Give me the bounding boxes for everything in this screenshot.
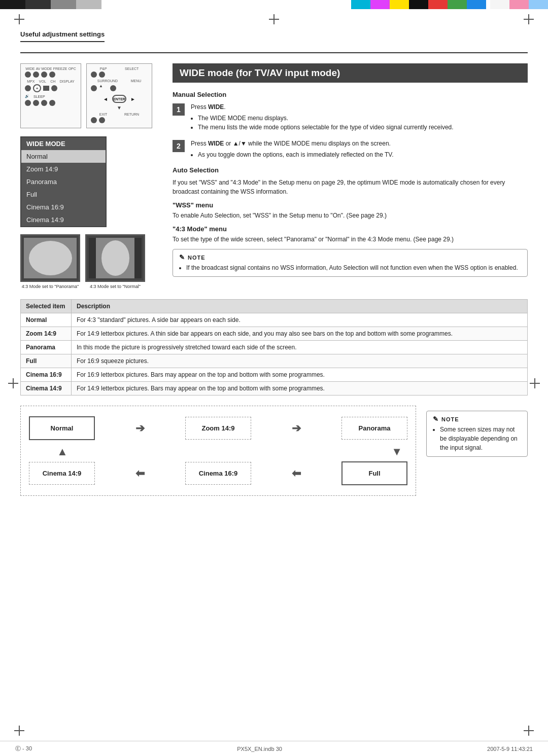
flow-box-cinema169: Cinema 16:9: [185, 462, 251, 485]
step-1-bullets: The WIDE MODE menu displays. The menu li…: [198, 114, 454, 132]
flow-box-zoom149: Zoom 14:9: [185, 417, 251, 440]
wide-menu-header: WIDE MODE: [21, 137, 106, 150]
step-2-num: 2: [173, 140, 185, 152]
flow-note-icon: ✎: [433, 415, 438, 423]
flow-note: ✎ NOTE Some screen sizes may not be disp…: [426, 406, 528, 457]
sidebar-left: [89, 238, 96, 278]
flow-bottom-row: Cinema 14:9 ⬅ Cinema 16:9 ⬅ Full: [29, 461, 407, 485]
footer: Ⓔ - 30 PX5X_EN.indb 30 2007-5-9 11:43:21: [0, 741, 548, 756]
ch-btn: [43, 86, 49, 91]
tv-panorama: 4:3 Mode set to "Panorama": [20, 234, 80, 289]
flow-arrow-right-1: ➔: [135, 422, 145, 435]
table-cell-full-desc: For 16:9 squeeze pictures.: [72, 354, 528, 368]
table-cell-cinema169-desc: For 16:9 letterbox pictures. Bars may ap…: [72, 368, 528, 382]
table-cell-panorama-desc: In this mode the picture is progressivel…: [72, 341, 528, 354]
crosshair-center-right: [530, 378, 540, 388]
flow-arrow-up: ▲: [57, 445, 68, 458]
flow-box-full: Full: [341, 461, 407, 485]
wss-heading: "WSS" menu: [173, 201, 528, 209]
flow-note-bullet-1: Some screen sizes may not be displayable…: [440, 425, 521, 452]
step-2-bullet-1: As you toggle down the options, each is …: [198, 150, 394, 159]
step-1-bullet-1: The WIDE MODE menu displays.: [198, 114, 454, 123]
remote-btn-row1: [25, 71, 77, 78]
note-header: ✎ NOTE: [179, 254, 521, 261]
avmode-btn: [33, 71, 39, 78]
pp-btn: [91, 71, 97, 78]
page-title: Useful adjustment settings: [20, 30, 105, 42]
wide-mode-menu: WIDE MODE Normal Zoom 14:9 Panorama Full…: [20, 136, 107, 227]
flow-top-row: Normal ➔ Zoom 14:9 ➔ Panorama: [29, 416, 407, 440]
table-row: Cinema 16:9 For 16:9 letterbox pictures.…: [21, 368, 528, 382]
note-box-right: ✎ NOTE If the broadcast signal contains …: [173, 249, 528, 277]
wide-menu-item-normal: Normal: [21, 150, 106, 163]
step-1-row: 1 Press WIDE. The WIDE MODE menu display…: [173, 102, 528, 132]
step-1-bullet-2: The menu lists the wide mode options sel…: [198, 123, 454, 132]
remote-area: WIDE AV MODE FREEZE OPC MPX VOL: [20, 63, 157, 128]
crosshair-top-left: [14, 14, 24, 24]
auto-selection: Auto Selection If you set "WSS" and "4:3…: [173, 166, 528, 277]
flow-note-bullets: Some screen sizes may not be displayable…: [440, 425, 521, 452]
step-2-content: Press WIDE or ▲/▼ while the WIDE MODE me…: [191, 139, 394, 159]
flow-box-normal: Normal: [29, 416, 95, 440]
crosshair-bottom-left: [14, 726, 24, 736]
table-cell-cinema169-label: Cinema 16:9: [21, 368, 72, 382]
flow-box-panorama: Panorama: [341, 417, 407, 440]
exit-btn: [91, 117, 97, 123]
sleep-btn: [41, 100, 47, 106]
remote-control-2: P&P SELECT SURROUND MENU ▲: [86, 63, 152, 128]
flow-mid-arrows: ▲ ▼: [29, 445, 407, 458]
tv-panorama-caption: 4:3 Mode set to "Panorama": [20, 284, 80, 289]
remote-btn-row2: +: [25, 84, 77, 92]
table-header-desc: Description: [72, 300, 528, 313]
tv-normal-caption: 4:3 Mode set to "Normal": [85, 284, 145, 289]
wide-menu-item-cinema149: Cinema 14:9: [21, 213, 106, 226]
wide-menu-item-panorama: Panorama: [21, 175, 106, 188]
left-column: WIDE AV MODE FREEZE OPC MPX VOL: [20, 63, 157, 289]
tv-images: 4:3 Mode set to "Panorama" 4:3 Mode set …: [20, 234, 157, 289]
return-btn: [99, 117, 105, 123]
crosshair-top-center: [269, 14, 279, 24]
flow-box-cinema149: Cinema 14:9: [29, 462, 95, 485]
table-cell-zoom149-label: Zoom 14:9: [21, 327, 72, 341]
opc-btn: [49, 71, 55, 78]
table-cell-zoom149-desc: For 14:9 letterbox pictures. A thin side…: [72, 327, 528, 341]
note-bullet-1: If the broadcast signal contains no WSS …: [186, 263, 521, 272]
crosshair-bottom-right: [524, 726, 534, 736]
table-row: Normal For 4:3 "standard" pictures. A si…: [21, 313, 528, 327]
wide-menu-item-zoom149: Zoom 14:9: [21, 163, 106, 175]
wide-btn: [25, 71, 31, 78]
flow-note-header: ✎ NOTE: [433, 415, 521, 423]
table-header-item: Selected item: [21, 300, 72, 313]
flow-arrow-down: ▼: [391, 445, 402, 458]
wide-menu-item-cinema169: Cinema 16:9: [21, 201, 106, 213]
footer-page-num: Ⓔ - 30: [15, 745, 32, 752]
step-1-num: 1: [173, 103, 185, 116]
crosshair-top-right: [524, 14, 534, 24]
surround-btn: [91, 85, 97, 91]
footer-file: PX5X_EN.indb 30: [237, 746, 282, 752]
flow-arrow-left-2: ⬅: [292, 467, 301, 480]
vol-btn: +: [33, 84, 41, 92]
flow-note-box: ✎ NOTE Some screen sizes may not be disp…: [426, 411, 528, 457]
extra-btn: [49, 100, 55, 106]
select-btn: [99, 71, 105, 78]
flow-arrow-right-2: ➔: [292, 422, 301, 435]
wss-body: To enable Auto Selection, set "WSS" in t…: [173, 211, 528, 220]
flow-arrow-left-1: ⬅: [135, 467, 145, 480]
step-1-content: Press WIDE. The WIDE MODE menu displays.…: [191, 102, 454, 132]
freeze-btn: [41, 71, 47, 78]
menu-btn: [110, 85, 116, 91]
right-column: WIDE mode (for TV/AV input mode) Manual …: [173, 63, 528, 289]
enter-btn: ENTER: [112, 95, 126, 103]
table-row: Zoom 14:9 For 14:9 letterbox pictures. A…: [21, 327, 528, 341]
remote-labels-row1: WIDE AV MODE FREEZE OPC: [25, 67, 77, 70]
table-cell-panorama-label: Panorama: [21, 341, 72, 354]
flow-diagram: Normal ➔ Zoom 14:9 ➔ Panorama ▲ ▼ Cinema…: [20, 406, 416, 496]
top-bar-left: [0, 0, 101, 9]
table-cell-cinema149-desc: For 14:9 letterbox pictures. Bars may ap…: [72, 382, 528, 395]
top-color-bar: [0, 0, 548, 9]
flow-section: Normal ➔ Zoom 14:9 ➔ Panorama ▲ ▼ Cinema…: [20, 406, 528, 496]
crosshair-center-left: [8, 378, 18, 388]
table-row: Panorama In this mode the picture is pro…: [21, 341, 528, 354]
table-row: Cinema 14:9 For 14:9 letterbox pictures.…: [21, 382, 528, 395]
